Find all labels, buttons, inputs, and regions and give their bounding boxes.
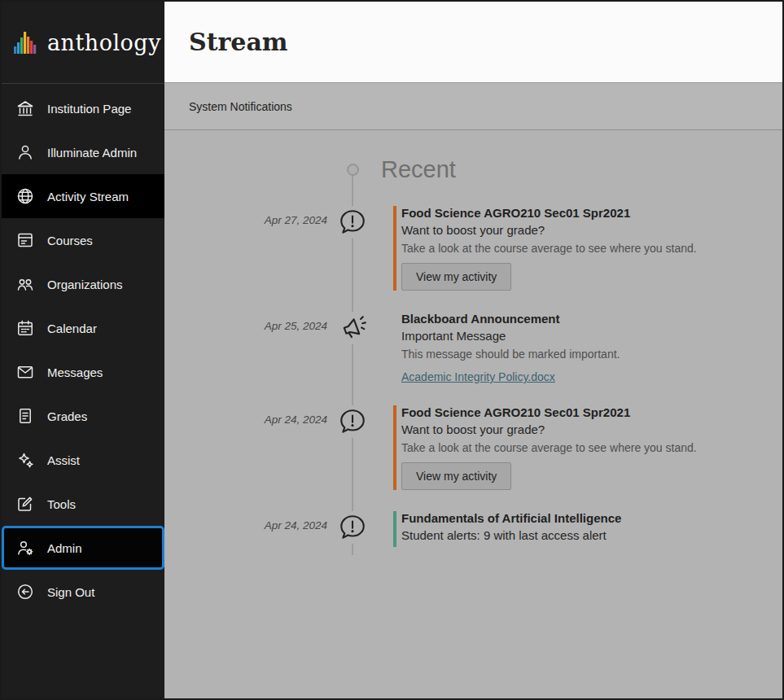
sidebar-item-label: Tools	[47, 497, 76, 511]
view-my-activity-button[interactable]: View my activity	[401, 263, 511, 291]
sidebar-item-organizations[interactable]: Organizations	[2, 262, 164, 306]
sidebar-item-label: Organizations	[47, 278, 123, 291]
sidebar-item-label: Institution Page	[47, 102, 131, 116]
stream-item-title: Blackboard Announcement	[401, 312, 782, 326]
stream-item: Apr 24, 2024 Food Science AGRO210 Sec01 …	[164, 405, 782, 490]
sidebar-item-illuminate-admin[interactable]: Illuminate Admin	[2, 130, 164, 174]
sidebar-item-label: Activity Stream	[47, 190, 129, 203]
sidebar-item-label: Courses	[47, 234, 93, 247]
view-my-activity-button[interactable]: View my activity	[401, 462, 511, 490]
stream-item: Apr 25, 2024 Blackboard Announcement	[164, 312, 782, 384]
sidebar-item-grades[interactable]: Grades	[2, 394, 164, 438]
stream-content: Recent Apr 27, 2024 Food Science AGRO210	[164, 130, 782, 698]
sidebar-item-assist[interactable]: Assist	[2, 438, 164, 482]
subnav-bar: System Notifications	[164, 83, 782, 130]
sidebar-item-admin[interactable]: Admin	[2, 526, 164, 570]
stream-item-date: Apr 27, 2024	[164, 206, 327, 226]
stream-item: Apr 24, 2024 Fundamentals of Artificial …	[164, 511, 782, 547]
attachment-link[interactable]: Academic Integrity Policy.docx	[401, 370, 555, 383]
anthology-logo[interactable]: anthology	[2, 2, 164, 84]
alert-bubble-icon	[336, 206, 369, 238]
sign-out-icon	[15, 582, 35, 602]
organizations-icon	[15, 274, 35, 294]
stream-item-subtitle: Important Message	[401, 329, 782, 343]
stream-item-description: Take a look at the course average to see…	[401, 242, 782, 255]
sidebar-item-label: Illuminate Admin	[47, 146, 137, 160]
envelope-icon	[15, 362, 35, 382]
stream-item-title: Food Science AGRO210 Sec01 Spr2021	[401, 405, 782, 419]
stream-item-subtitle: Want to boost your grade?	[401, 422, 782, 436]
stream-item-description: This message should be marked important.	[401, 348, 782, 361]
sidebar-item-label: Sign Out	[47, 585, 94, 599]
stream-item-body: Food Science AGRO210 Sec01 Spr2021 Want …	[393, 405, 782, 490]
tab-system-notifications[interactable]: System Notifications	[189, 100, 292, 113]
sidebar-item-messages[interactable]: Messages	[2, 350, 164, 394]
stream-item-title: Fundamentals of Artificial Intelligence	[401, 511, 782, 525]
sidebar-item-label: Grades	[47, 409, 87, 423]
anthology-logo-text: anthology	[47, 30, 161, 55]
stream-item-body: Blackboard Announcement Important Messag…	[393, 312, 782, 384]
grades-icon	[15, 406, 35, 426]
stream-item-date: Apr 24, 2024	[164, 405, 327, 426]
sidebar-item-institution-page[interactable]: Institution Page	[2, 86, 164, 130]
stream-item-description: Take a look at the course average to see…	[401, 441, 782, 454]
stream-item-body: Food Science AGRO210 Sec01 Spr2021 Want …	[393, 206, 782, 291]
stream-item-body: Fundamentals of Artificial Intelligence …	[393, 511, 782, 547]
institution-icon	[15, 98, 35, 118]
admin-gear-icon	[15, 538, 35, 558]
app-window: anthology Institution Page Illuminate Ad…	[0, 0, 784, 700]
recent-header-row: Recent	[164, 156, 782, 183]
stream-item-title: Food Science AGRO210 Sec01 Spr2021	[401, 206, 782, 220]
sidebar: anthology Institution Page Illuminate Ad…	[2, 2, 164, 698]
courses-icon	[15, 230, 35, 250]
sidebar-item-courses[interactable]: Courses	[2, 218, 164, 262]
sidebar-item-sign-out[interactable]: Sign Out	[2, 570, 164, 614]
sidebar-menu: Institution Page Illuminate Admin Activi…	[2, 84, 164, 614]
announcement-icon	[336, 312, 369, 344]
stream-item: Apr 27, 2024 Food Science AGRO210 Sec01 …	[164, 206, 782, 291]
sidebar-item-label: Calendar	[47, 322, 97, 335]
assist-icon	[15, 450, 35, 470]
alert-bubble-icon	[336, 405, 369, 438]
alert-bubble-icon	[336, 511, 369, 544]
person-icon	[15, 142, 35, 162]
timeline-start-dot	[347, 164, 359, 176]
calendar-icon	[15, 318, 35, 338]
tools-icon	[15, 494, 35, 514]
anthology-logo-icon	[12, 28, 40, 56]
sidebar-item-tools[interactable]: Tools	[2, 482, 164, 526]
page-title: Stream	[189, 28, 288, 56]
main-area: Stream System Notifications Recent Apr 2…	[164, 2, 782, 698]
globe-icon	[15, 186, 35, 206]
sidebar-item-label: Assist	[47, 453, 80, 467]
sidebar-item-activity-stream[interactable]: Activity Stream	[2, 174, 164, 218]
stream-item-subtitle: Want to boost your grade?	[401, 223, 782, 237]
sidebar-item-calendar[interactable]: Calendar	[2, 306, 164, 350]
page-header: Stream	[164, 2, 782, 83]
stream-item-date: Apr 24, 2024	[164, 511, 327, 532]
stream-item-subtitle: Student alerts: 9 with last access alert	[401, 528, 782, 542]
sidebar-item-label: Admin	[47, 541, 82, 555]
stream-item-date: Apr 25, 2024	[164, 312, 327, 332]
section-title-recent: Recent	[381, 156, 782, 183]
sidebar-item-label: Messages	[47, 365, 103, 379]
